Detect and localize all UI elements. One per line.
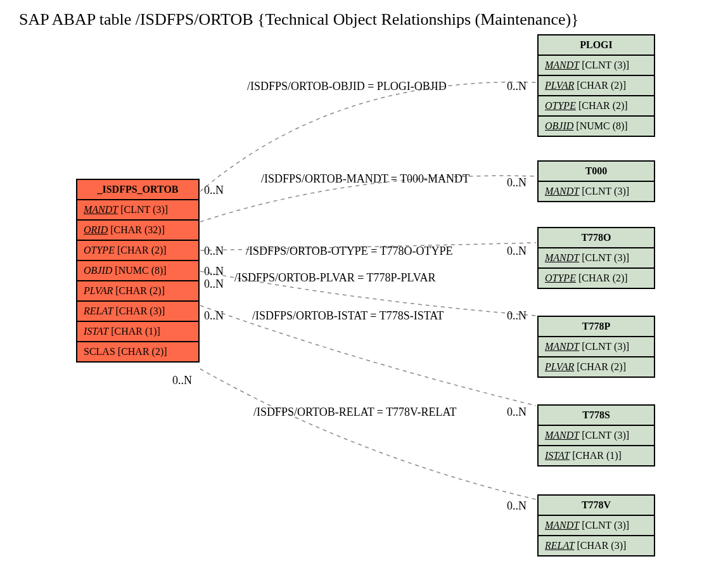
field-type: [NUMC (8)] bbox=[576, 120, 627, 131]
field-type: [CLNT (3)] bbox=[582, 520, 629, 531]
field-name: MANDT bbox=[545, 341, 579, 352]
entity-t778o: T778O MANDT [CLNT (3)] OTYPE [CHAR (2)] bbox=[537, 227, 655, 289]
entity-header: T778S bbox=[539, 406, 654, 426]
relation-label: /ISDFPS/ORTOB-OTYPE = T778O-OTYPE bbox=[246, 245, 452, 258]
entity-header: T778O bbox=[539, 228, 654, 248]
entity-header: T778P bbox=[539, 317, 654, 337]
field-row: RELAT [CHAR (3)] bbox=[77, 302, 198, 322]
field-row: PLVAR [CHAR (2)] bbox=[539, 357, 654, 376]
relation-label: /ISDFPS/ORTOB-MANDT = T000-MANDT bbox=[261, 172, 469, 186]
entity-isdfps-ortob: _ISDFPS_ORTOB MANDT [CLNT (3)] ORID [CHA… bbox=[76, 179, 200, 363]
field-name: PLVAR bbox=[84, 285, 113, 296]
field-type: [CHAR (2)] bbox=[117, 245, 167, 255]
cardinality-left: 0..N bbox=[204, 265, 224, 278]
entity-plogi: PLOGI MANDT [CLNT (3)] PLVAR [CHAR (2)] … bbox=[537, 34, 655, 137]
field-name: PLVAR bbox=[545, 361, 574, 372]
field-row: PLVAR [CHAR (2)] bbox=[539, 76, 654, 96]
relation-label: /ISDFPS/ORTOB-RELAT = T778V-RELAT bbox=[253, 406, 456, 419]
field-row: OBJID [NUMC (8)] bbox=[539, 117, 654, 136]
field-row: OTYPE [CHAR (2)] bbox=[77, 241, 198, 261]
field-name: OBJID bbox=[545, 120, 573, 131]
cardinality-right: 0..N bbox=[507, 176, 527, 190]
field-row: MANDT [CLNT (3)] bbox=[539, 337, 654, 357]
field-name: MANDT bbox=[545, 252, 579, 263]
field-row: MANDT [CLNT (3)] bbox=[539, 56, 654, 76]
field-name: MANDT bbox=[84, 204, 118, 215]
field-name: OTYPE bbox=[545, 273, 576, 283]
relation-label: /ISDFPS/ORTOB-OBJID = PLOGI-OBJID bbox=[247, 80, 447, 93]
field-type: [CHAR (2)] bbox=[115, 285, 165, 296]
field-name: MANDT bbox=[545, 186, 579, 196]
cardinality-right: 0..N bbox=[507, 245, 527, 258]
field-type: [CHAR (3)] bbox=[116, 306, 165, 316]
field-type: [NUMC (8)] bbox=[115, 265, 166, 276]
cardinality-left: 0..N bbox=[204, 309, 224, 323]
entity-t778s: T778S MANDT [CLNT (3)] ISTAT [CHAR (1)] bbox=[537, 404, 655, 466]
field-name: MANDT bbox=[545, 520, 579, 531]
field-row: MANDT [CLNT (3)] bbox=[539, 426, 654, 446]
cardinality-right: 0..N bbox=[507, 309, 527, 323]
field-name: ISTAT bbox=[545, 450, 570, 461]
field-name: MANDT bbox=[545, 430, 579, 441]
field-row: MANDT [CLNT (3)] bbox=[539, 248, 654, 269]
field-row: PLVAR [CHAR (2)] bbox=[77, 281, 198, 302]
field-type: [CHAR (2)] bbox=[578, 273, 628, 283]
field-type: [CHAR (2)] bbox=[118, 346, 167, 357]
field-type: [CLNT (3)] bbox=[582, 430, 629, 441]
field-type: [CHAR (3)] bbox=[577, 540, 627, 551]
entity-header: PLOGI bbox=[539, 35, 654, 56]
field-type: [CLNT (3)] bbox=[582, 60, 629, 70]
cardinality-left: 0..N bbox=[204, 184, 224, 197]
diagram-title: SAP ABAP table /ISDFPS/ORTOB {Technical … bbox=[19, 10, 579, 29]
field-type: [CHAR (2)] bbox=[578, 100, 628, 111]
field-row: RELAT [CHAR (3)] bbox=[539, 536, 654, 555]
field-type: [CHAR (32)] bbox=[110, 224, 165, 235]
field-name: SCLAS bbox=[84, 346, 115, 357]
field-row: MANDT [CLNT (3)] bbox=[539, 516, 654, 536]
relation-label: /ISDFPS/ORTOB-ISTAT = T778S-ISTAT bbox=[252, 309, 444, 323]
entity-header: _ISDFPS_ORTOB bbox=[77, 180, 198, 200]
field-type: [CLNT (3)] bbox=[582, 341, 629, 352]
field-name: ORID bbox=[84, 224, 108, 235]
cardinality-right: 0..N bbox=[507, 406, 527, 419]
entity-t778v: T778V MANDT [CLNT (3)] RELAT [CHAR (3)] bbox=[537, 494, 655, 556]
entity-header: T000 bbox=[539, 162, 654, 182]
entity-t000: T000 MANDT [CLNT (3)] bbox=[537, 160, 655, 202]
field-name: OTYPE bbox=[84, 245, 115, 255]
cardinality-left: 0..N bbox=[204, 245, 224, 258]
field-name: OBJID bbox=[84, 265, 112, 276]
field-type: [CHAR (2)] bbox=[577, 80, 626, 91]
field-type: [CLNT (3)] bbox=[120, 204, 168, 215]
field-row: OBJID [NUMC (8)] bbox=[77, 261, 198, 281]
field-row: SCLAS [CHAR (2)] bbox=[77, 342, 198, 361]
cardinality-right: 0..N bbox=[507, 80, 527, 93]
field-type: [CHAR (2)] bbox=[577, 361, 626, 372]
field-type: [CLNT (3)] bbox=[582, 252, 629, 263]
field-row: OTYPE [CHAR (2)] bbox=[539, 269, 654, 288]
field-row: ORID [CHAR (32)] bbox=[77, 221, 198, 241]
entity-header: T778V bbox=[539, 496, 654, 516]
field-row: ISTAT [CHAR (1)] bbox=[77, 322, 198, 342]
field-row: ISTAT [CHAR (1)] bbox=[539, 446, 654, 465]
field-name: RELAT bbox=[545, 540, 575, 551]
field-row: MANDT [CLNT (3)] bbox=[77, 200, 198, 221]
field-name: PLVAR bbox=[545, 80, 574, 91]
field-name: MANDT bbox=[545, 60, 579, 70]
field-type: [CHAR (1)] bbox=[572, 450, 622, 461]
field-row: OTYPE [CHAR (2)] bbox=[539, 96, 654, 117]
field-name: RELAT bbox=[84, 306, 113, 316]
cardinality-left-2: 0..N bbox=[204, 278, 224, 291]
relation-label: /ISDFPS/ORTOB-PLVAR = T778P-PLVAR bbox=[234, 271, 436, 285]
entity-t778p: T778P MANDT [CLNT (3)] PLVAR [CHAR (2)] bbox=[537, 316, 655, 378]
field-type: [CLNT (3)] bbox=[582, 186, 629, 196]
cardinality-left: 0..N bbox=[172, 374, 192, 387]
field-name: OTYPE bbox=[545, 100, 576, 111]
field-name: ISTAT bbox=[84, 326, 108, 337]
field-row: MANDT [CLNT (3)] bbox=[539, 182, 654, 201]
field-type: [CHAR (1)] bbox=[111, 326, 160, 337]
cardinality-right: 0..N bbox=[507, 499, 527, 513]
